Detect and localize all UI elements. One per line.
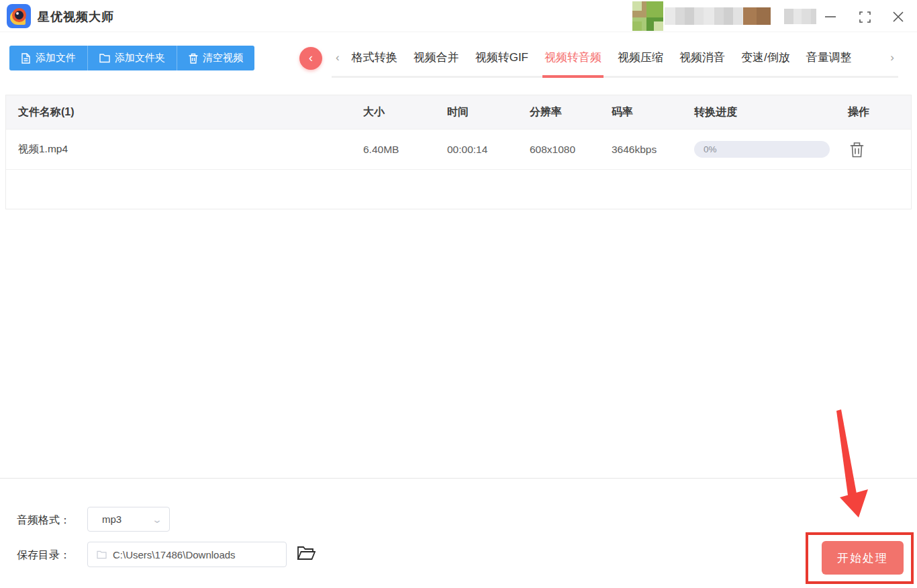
save-dir-label: 保存目录： <box>17 548 70 562</box>
tab-format-convert[interactable]: 格式转换 <box>344 39 405 76</box>
redacted-user-avatar <box>632 1 663 31</box>
tabs-scroll-left-icon[interactable]: ‹ <box>332 51 344 64</box>
trash-icon <box>189 53 198 64</box>
table-empty-row <box>6 169 911 209</box>
bottom-panel-divider <box>0 478 917 479</box>
col-header-bitrate: 码率 <box>612 105 694 119</box>
col-header-filename: 文件名称(1) <box>18 105 363 119</box>
maximize-button[interactable] <box>855 7 875 27</box>
redacted-user-info <box>784 9 816 24</box>
minimize-button[interactable] <box>820 7 840 27</box>
file-icon <box>21 53 31 64</box>
col-header-size: 大小 <box>363 105 447 119</box>
tab-speed-reverse[interactable]: 变速/倒放 <box>733 39 798 76</box>
annotation-arrow <box>0 0 917 588</box>
minimize-icon <box>824 11 836 23</box>
close-icon <box>893 11 904 22</box>
close-button[interactable] <box>888 7 908 27</box>
folder-open-icon <box>297 545 316 561</box>
tab-volume-adjust[interactable]: 音量调整 <box>798 39 860 76</box>
tab-video-mute[interactable]: 视频消音 <box>671 39 733 76</box>
audio-format-label: 音频格式： <box>17 513 70 528</box>
file-actions-toolbar: 添加文件 添加文件夹 清空视频 <box>9 46 254 70</box>
app-window: 星优视频大师 添加文件 添加文件夹 <box>0 0 917 588</box>
chevron-down-icon: ⌄ <box>152 514 162 525</box>
progress-label: 0% <box>704 144 717 154</box>
app-logo-icon <box>7 4 31 28</box>
clear-videos-label: 清空视频 <box>203 52 243 64</box>
cell-size: 6.40MB <box>363 144 447 156</box>
save-dir-input[interactable]: C:\Users\17486\Downloads <box>87 542 287 567</box>
col-header-progress: 转换进度 <box>694 105 848 119</box>
cell-filename: 视频1.mp4 <box>18 142 363 156</box>
cell-bitrate: 3646kbps <box>612 144 694 156</box>
file-table: 文件名称(1) 大小 时间 分辨率 码率 转换进度 操作 视频1.mp4 6.4… <box>5 95 912 209</box>
audio-format-select[interactable]: mp3 ⌄ <box>87 507 170 532</box>
trash-icon <box>850 142 864 158</box>
cell-resolution: 608x1080 <box>530 144 612 156</box>
redacted-user-name <box>665 7 771 25</box>
folder-small-icon <box>97 550 107 559</box>
back-chevron-icon: ‹ <box>309 51 313 65</box>
table-header-row: 文件名称(1) 大小 时间 分辨率 码率 转换进度 操作 <box>6 95 911 129</box>
cell-duration: 00:00:14 <box>447 144 530 156</box>
add-file-label: 添加文件 <box>36 52 76 64</box>
maximize-icon <box>859 11 871 23</box>
delete-row-button[interactable] <box>848 140 865 159</box>
feature-tabstrip: ‹ 格式转换 视频合并 视频转GIF 视频转音频 视频压缩 视频消音 变速/倒放… <box>332 39 898 78</box>
scroll-back-button[interactable]: ‹ <box>299 47 322 70</box>
conversion-progress-bar: 0% <box>694 141 830 158</box>
col-header-duration: 时间 <box>447 105 530 119</box>
tabs-scroll-right-icon[interactable]: › <box>886 51 898 64</box>
tab-video-to-audio[interactable]: 视频转音频 <box>536 39 610 76</box>
start-processing-button[interactable]: 开始处理 <box>822 541 904 575</box>
table-row: 视频1.mp4 6.40MB 00:00:14 608x1080 3646kbp… <box>6 129 911 169</box>
audio-format-value: mp3 <box>102 513 122 525</box>
tab-video-to-gif[interactable]: 视频转GIF <box>467 39 536 76</box>
app-title: 星优视频大师 <box>38 9 114 25</box>
titlebar: 星优视频大师 <box>0 0 917 32</box>
add-file-button[interactable]: 添加文件 <box>9 46 87 70</box>
clear-videos-button[interactable]: 清空视频 <box>177 46 254 70</box>
add-folder-button[interactable]: 添加文件夹 <box>87 46 177 70</box>
folder-icon <box>99 53 110 63</box>
col-header-resolution: 分辨率 <box>530 105 612 119</box>
browse-folder-button[interactable] <box>296 544 316 563</box>
col-header-actions: 操作 <box>848 105 911 119</box>
save-dir-value: C:\Users\17486\Downloads <box>113 549 236 560</box>
add-folder-label: 添加文件夹 <box>115 52 165 64</box>
tab-video-merge[interactable]: 视频合并 <box>405 39 467 76</box>
tab-video-compress[interactable]: 视频压缩 <box>610 39 671 76</box>
